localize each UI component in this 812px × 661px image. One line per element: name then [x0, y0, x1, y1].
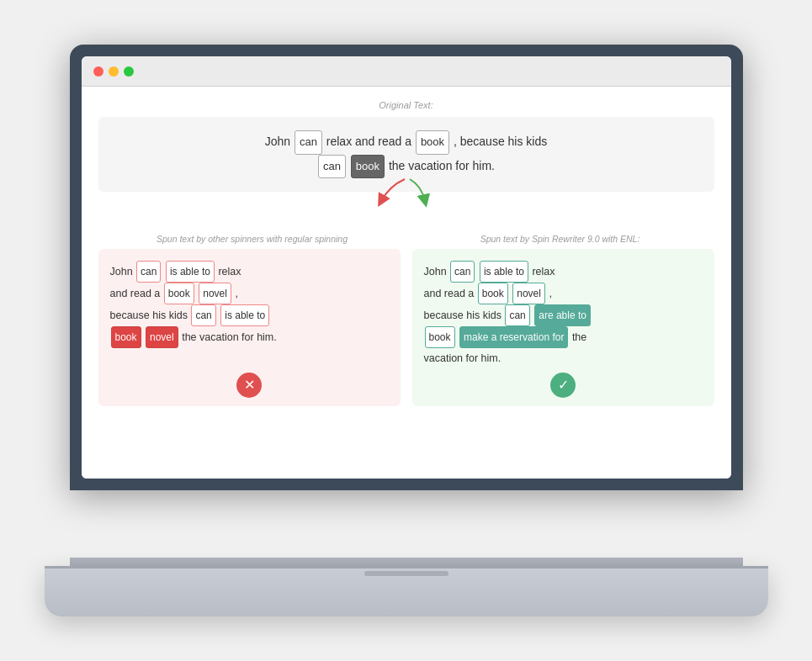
arrows-area — [98, 207, 714, 234]
good-tag-can2: can — [505, 304, 529, 326]
orig-tag-can2: can — [318, 155, 346, 179]
bad-line1: John can is able to relax — [110, 261, 389, 283]
minimize-button-icon[interactable] — [109, 66, 119, 77]
bad-tag-can: can — [136, 261, 161, 283]
bad-tag-can2: can — [191, 304, 215, 326]
laptop-mockup: Original Text: John can relax and read a… — [45, 45, 768, 616]
left-panel-label: Spun text by other spinners with regular… — [98, 234, 406, 244]
browser-chrome — [82, 56, 731, 87]
bad-tag-book2: book — [111, 326, 141, 348]
screen-inner: Original Text: John can relax and read a… — [82, 56, 731, 479]
bad-line2: and read a book novel , — [110, 283, 389, 304]
good-line2: and read a book novel , — [424, 283, 703, 304]
bad-badge: ✕ — [236, 373, 262, 398]
laptop-bottom — [45, 566, 768, 616]
screen-bezel: Original Text: John can relax and read a… — [70, 45, 743, 490]
good-tag-novel1: novel — [512, 283, 545, 304]
good-tag-can: can — [450, 261, 475, 283]
browser-content: Original Text: John can relax and read a… — [82, 87, 731, 479]
orig-tag-book1: book — [416, 130, 449, 155]
good-line4: book make a reservation for the — [424, 326, 703, 348]
bad-tag-novel1: novel — [199, 283, 231, 304]
bad-tag-isableto2: is able to — [220, 304, 269, 326]
comparison-arrows-icon — [373, 177, 440, 207]
bad-tag-novel2: novel — [146, 326, 178, 348]
good-line5: vacation for him. — [424, 348, 703, 369]
good-line3: because his kids can are able to — [424, 304, 703, 326]
good-tag-book1: book — [478, 283, 508, 304]
fullscreen-button-icon[interactable] — [124, 66, 134, 77]
bad-tag-isableto1: is able to — [166, 261, 215, 283]
original-text-line2: can book the vacation for him. — [115, 155, 698, 179]
comparison-labels: Spun text by other spinners with regular… — [98, 234, 714, 244]
original-text-label: Original Text: — [98, 100, 714, 110]
bad-panel: John can is able to relax and read a boo… — [98, 249, 401, 406]
good-tag-book2: book — [425, 326, 455, 348]
bad-line4: book novel the vacation for him. — [110, 326, 389, 348]
bad-line3: because his kids can is able to — [110, 304, 389, 326]
orig-tag-can1: can — [295, 130, 322, 155]
original-text-line1: John can relax and read a book , because… — [115, 130, 698, 155]
good-panel: John can is able to relax and read a boo… — [412, 249, 714, 406]
good-tag-makereservation: make a reservation for — [459, 326, 568, 348]
orig-tag-book2: book — [351, 155, 385, 179]
bad-tag-book1: book — [164, 283, 194, 304]
right-panel-label: Spun text by Spin Rewriter 9.0 with ENL: — [406, 234, 714, 244]
good-line1: John can is able to relax — [424, 261, 703, 283]
good-tag-isableto1: is able to — [480, 261, 528, 283]
orig-word-john: John — [265, 135, 294, 148]
good-badge: ✓ — [550, 373, 576, 398]
close-button-icon[interactable] — [93, 66, 103, 77]
comparison-panels: John can is able to relax and read a boo… — [98, 249, 714, 406]
good-tag-areableto: are able to — [534, 304, 591, 326]
traffic-lights — [93, 66, 134, 77]
